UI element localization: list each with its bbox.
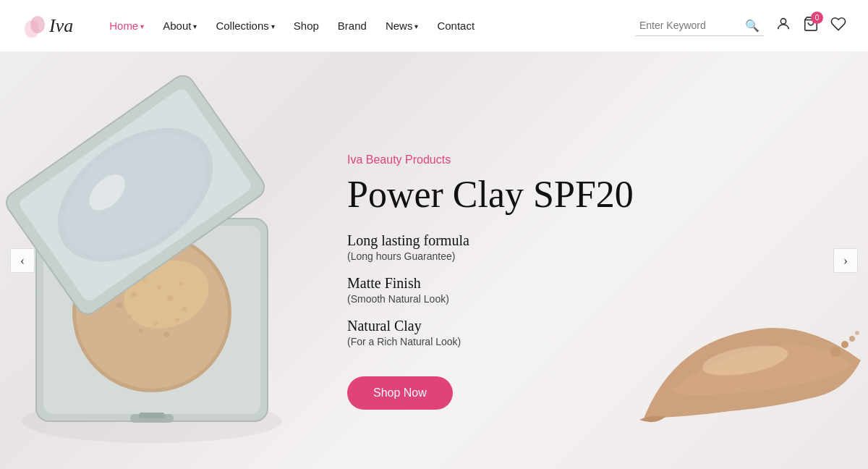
search-icon[interactable]: 🔍 [745, 19, 760, 33]
feature-item-1: Long lasting formula (Long hours Guarant… [347, 232, 694, 262]
search-bar[interactable]: 🔍 [635, 16, 764, 36]
feature-name-2: Matte Finish [347, 275, 694, 292]
feature-name-3: Natural Clay [347, 318, 694, 334]
hero-title: Power Clay SPF20 [347, 174, 694, 215]
svg-rect-29 [139, 413, 165, 418]
nav-item-contact[interactable]: Contact [430, 15, 482, 36]
chevron-down-icon: ▾ [140, 22, 144, 30]
logo-text: Iva [49, 15, 73, 37]
navbar: Iva Home ▾ About ▾ Collections ▾ Shop Br… [0, 0, 868, 52]
feature-list: Long lasting formula (Long hours Guarant… [347, 232, 694, 347]
nav-item-collections[interactable]: Collections ▾ [208, 15, 281, 36]
nav-item-home[interactable]: Home ▾ [102, 15, 151, 36]
nav-links: Home ▾ About ▾ Collections ▾ Shop Brand … [102, 15, 635, 36]
search-input[interactable] [639, 20, 741, 31]
carousel-next-button[interactable]: › [833, 248, 858, 273]
feature-desc-2: (Smooth Natural Look) [347, 293, 694, 305]
cart-icon[interactable]: 0 [803, 16, 819, 35]
chevron-down-icon: ▾ [414, 22, 418, 30]
hero-content: Iva Beauty Products Power Clay SPF20 Lon… [347, 153, 694, 410]
nav-item-news[interactable]: News ▾ [378, 15, 426, 36]
feature-name-1: Long lasting formula [347, 232, 694, 249]
feature-desc-3: (For a Rich Natural Look) [347, 336, 694, 347]
nav-right: 🔍 0 [635, 16, 846, 36]
hero-subtitle: Iva Beauty Products [347, 153, 694, 166]
svg-point-17 [139, 329, 144, 334]
svg-point-33 [855, 331, 859, 335]
feature-item-3: Natural Clay (For a Rich Natural Look) [347, 318, 694, 347]
svg-point-1 [30, 16, 45, 33]
nav-item-brand[interactable]: Brand [331, 15, 374, 36]
feature-desc-1: (Long hours Guarantee) [347, 250, 694, 262]
nav-item-shop[interactable]: Shop [286, 15, 326, 36]
feature-item-2: Matte Finish (Smooth Natural Look) [347, 275, 694, 305]
nav-item-about[interactable]: About ▾ [156, 15, 204, 36]
user-icon[interactable] [775, 16, 791, 35]
carousel-prev-button[interactable]: ‹ [10, 248, 35, 273]
svg-point-15 [116, 303, 122, 308]
shop-now-button[interactable]: Shop Now [347, 376, 453, 410]
hero-section: ‹ Iva Beauty Products Power Clay SPF20 L… [0, 52, 868, 469]
compact-product-image [0, 74, 354, 465]
chevron-down-icon: ▾ [271, 22, 275, 30]
cart-badge: 0 [811, 12, 823, 24]
svg-point-30 [830, 347, 841, 357]
wishlist-icon[interactable] [830, 16, 846, 35]
svg-point-2 [780, 19, 786, 24]
svg-point-19 [163, 331, 169, 337]
logo[interactable]: Iva [22, 13, 73, 39]
svg-point-31 [841, 341, 848, 348]
logo-icon [22, 13, 48, 39]
chevron-down-icon: ▾ [193, 22, 197, 30]
svg-point-32 [849, 336, 855, 342]
